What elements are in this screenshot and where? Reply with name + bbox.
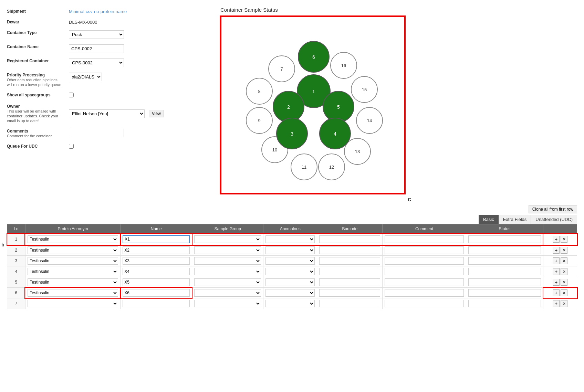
clone-all-btn[interactable]: Clone all from first row [529,205,577,213]
name-input-4[interactable] [123,268,190,275]
tab-unattended[interactable]: Unattended (UDC) [531,215,577,224]
name-input-6[interactable] [123,289,190,297]
registered-container-label: Registered Container [7,56,62,67]
dewar-value: DLS-MX-0000 [69,18,207,25]
name-cell-3 [121,256,192,266]
status-input-4[interactable] [468,268,541,275]
svg-text:11: 11 [302,165,306,170]
queue-udc-checkbox[interactable] [69,144,74,149]
barcode-input-2[interactable] [319,246,380,254]
col-header-lo: Lo [7,224,25,234]
svg-text:9: 9 [258,118,260,123]
add-btn-4[interactable]: + [553,268,560,275]
shipment-link[interactable]: Minimal-csv-no-protein-name [69,9,127,14]
status-input-6[interactable] [468,289,541,297]
samplegroup-select-5[interactable] [194,278,261,286]
anomalous-select-4[interactable] [265,268,315,275]
svg-text:12: 12 [329,165,334,170]
samplegroup-select-2[interactable] [194,246,261,254]
view-button[interactable]: View [149,110,164,117]
name-input-7[interactable] [123,300,190,307]
table-row: 4 TestInsulin + [7,266,577,277]
name-input-1[interactable] [123,235,190,243]
remove-btn-4[interactable]: × [561,268,567,275]
col-header-comment: Comment [383,224,466,234]
annotation-label-b: b [1,242,4,247]
anomalous-select-3[interactable] [265,257,315,265]
registered-container-select[interactable]: CPS-0002 [69,59,124,67]
protein-select-3[interactable]: TestInsulin [28,257,118,265]
remove-btn-2[interactable]: × [561,247,567,254]
barcode-input-6[interactable] [319,289,380,297]
remove-btn-3[interactable]: × [561,257,567,264]
anomalous-select-2[interactable] [265,246,315,254]
anomalous-select-6[interactable] [265,289,315,297]
container-type-select[interactable]: Puck [69,30,124,39]
comment-input-6[interactable] [385,289,463,297]
add-btn-7[interactable]: + [553,300,560,307]
protein-cell-5: TestInsulin [25,277,121,288]
protein-select-2[interactable]: TestInsulin [28,246,118,254]
remove-btn-1[interactable]: × [561,236,567,243]
barcode-input-4[interactable] [319,268,380,275]
table-row: 2 TestInsulin + [7,245,577,256]
action-col-7: + × [543,298,577,309]
comment-input-5[interactable] [385,278,463,286]
add-btn-2[interactable]: + [553,247,560,254]
protein-select-4[interactable]: TestInsulin [28,268,118,275]
protein-select-1[interactable]: TestInsulin [28,235,118,243]
samplegroup-select-6[interactable] [194,289,261,297]
name-input-5[interactable] [123,278,190,286]
name-input-2[interactable] [123,246,190,254]
anomalous-cell-1 [263,234,317,245]
right-panel: Container Sample Status 7 8 9 [220,7,577,195]
comment-input-1[interactable] [385,235,463,243]
barcode-input-3[interactable] [319,257,380,265]
status-input-5[interactable] [468,278,541,286]
samplegroup-select-3[interactable] [194,257,261,265]
barcode-input-5[interactable] [319,278,380,286]
tabs-row: Basic Extra Fields Unattended (UDC) [7,215,577,224]
protein-select-6[interactable]: TestInsulin [28,289,118,297]
samplegroup-select-7[interactable] [194,300,261,307]
action-col-5: + × [543,277,577,288]
name-cell-2 [121,245,192,256]
anomalous-select-1[interactable] [265,235,315,243]
status-input-2[interactable] [468,246,541,254]
anomalous-select-7[interactable] [265,300,315,307]
remove-btn-6[interactable]: × [561,289,567,296]
tab-extra-fields[interactable]: Extra Fields [499,215,531,224]
samplegroup-select-1[interactable] [194,235,261,243]
tab-basic[interactable]: Basic [479,215,499,224]
remove-btn-5[interactable]: × [561,279,567,286]
status-input-7[interactable] [468,300,541,307]
samplegroup-select-4[interactable] [194,268,261,275]
show-spacegroups-checkbox[interactable] [69,93,74,97]
protein-select-5[interactable]: TestInsulin [28,278,118,286]
anomalous-select-5[interactable] [265,278,315,286]
add-btn-1[interactable]: + [553,236,560,243]
action-col-2: + × [543,245,577,256]
protein-select-7[interactable] [28,300,118,307]
protein-cell-2: TestInsulin [25,245,121,256]
svg-text:15: 15 [362,87,367,92]
comment-input-2[interactable] [385,246,463,254]
svg-text:4: 4 [334,131,336,137]
owner-select[interactable]: Elliot Nelson [You] [69,109,145,118]
container-name-input[interactable] [69,44,124,53]
barcode-input-1[interactable] [319,235,380,243]
remove-btn-7[interactable]: × [561,300,567,307]
add-btn-3[interactable]: + [553,257,560,264]
priority-select[interactable]: xia2/DIALS [69,73,102,81]
name-input-3[interactable] [123,257,190,265]
comment-input-4[interactable] [385,268,463,275]
barcode-input-7[interactable] [319,300,380,307]
comments-input[interactable] [69,129,124,137]
comment-input-7[interactable] [385,300,463,307]
svg-text:5: 5 [337,104,340,110]
status-input-1[interactable] [468,235,541,243]
add-btn-6[interactable]: + [553,289,560,296]
comment-input-3[interactable] [385,257,463,265]
add-btn-5[interactable]: + [553,279,560,286]
status-input-3[interactable] [468,257,541,265]
